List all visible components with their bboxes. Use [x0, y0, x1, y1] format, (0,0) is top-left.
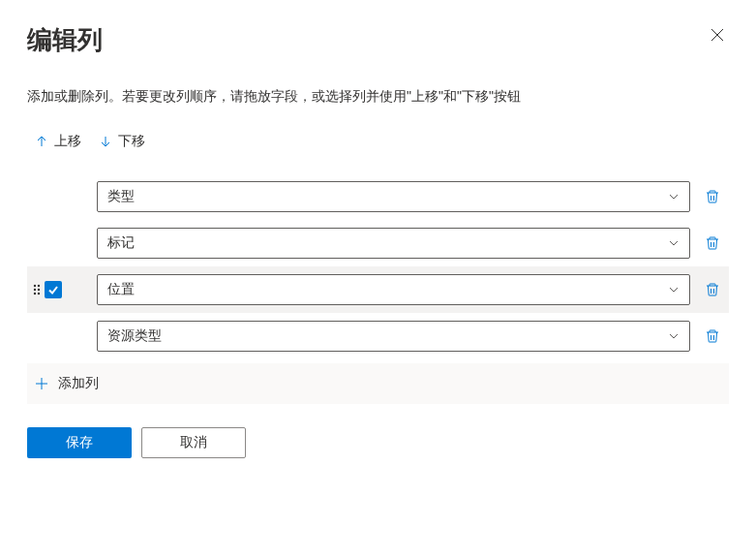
delete-column-button[interactable] [698, 328, 727, 344]
add-column-label: 添加列 [58, 375, 99, 392]
move-up-label: 上移 [54, 133, 81, 150]
move-down-label: 下移 [118, 133, 145, 150]
column-dropdown[interactable]: 标记 [97, 228, 690, 259]
column-list: 类型 标记 [27, 173, 729, 404]
delete-column-button[interactable] [698, 282, 727, 297]
page-title: 编辑列 [27, 23, 103, 57]
trash-icon [705, 282, 720, 297]
trash-icon [705, 189, 720, 204]
column-row: 类型 [27, 173, 729, 220]
column-value: 位置 [107, 281, 135, 298]
row-checkbox[interactable] [45, 281, 62, 298]
column-row: 位置 [27, 266, 729, 313]
svg-point-8 [34, 293, 36, 295]
column-value: 标记 [107, 234, 135, 252]
arrow-down-icon [99, 135, 112, 148]
description-text: 添加或删除列。若要更改列顺序，请拖放字段，或选择列并使用"上移"和"下移"按钮 [27, 88, 729, 106]
column-row: 资源类型 [27, 313, 729, 359]
column-value: 资源类型 [107, 327, 162, 345]
svg-point-7 [38, 289, 40, 291]
save-button[interactable]: 保存 [27, 427, 132, 458]
drag-handle[interactable] [33, 283, 41, 296]
column-dropdown[interactable]: 类型 [97, 181, 690, 212]
delete-column-button[interactable] [698, 235, 727, 251]
delete-column-button[interactable] [698, 189, 727, 204]
checkmark-icon [47, 284, 59, 295]
trash-icon [705, 328, 720, 344]
plus-icon [35, 377, 48, 390]
column-dropdown[interactable]: 资源类型 [97, 321, 690, 352]
cancel-button[interactable]: 取消 [141, 427, 246, 458]
svg-point-5 [38, 285, 40, 287]
close-icon [710, 27, 725, 43]
grip-icon [33, 283, 41, 296]
column-value: 类型 [107, 188, 135, 205]
column-row: 标记 [27, 220, 729, 266]
svg-point-6 [34, 289, 36, 291]
close-button[interactable] [706, 23, 729, 47]
chevron-down-icon [668, 237, 680, 249]
svg-point-9 [38, 293, 40, 295]
svg-point-4 [34, 285, 36, 287]
move-up-button[interactable]: 上移 [35, 133, 81, 150]
chevron-down-icon [668, 330, 680, 342]
arrow-up-icon [35, 135, 48, 148]
chevron-down-icon [668, 191, 680, 202]
column-dropdown[interactable]: 位置 [97, 274, 690, 305]
move-down-button[interactable]: 下移 [99, 133, 145, 150]
chevron-down-icon [668, 284, 680, 295]
add-column-button[interactable]: 添加列 [27, 363, 729, 404]
trash-icon [705, 235, 720, 251]
